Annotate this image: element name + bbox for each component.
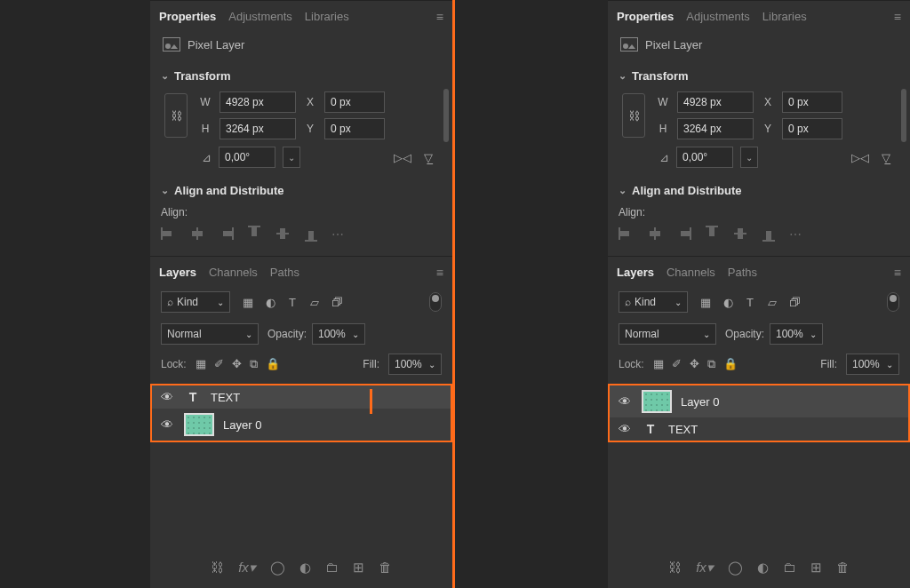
mask-icon[interactable]: ◯	[728, 560, 743, 576]
align-left-icon[interactable]	[161, 227, 177, 240]
width-input[interactable]	[220, 91, 296, 113]
tab-layers[interactable]: Layers	[617, 264, 654, 281]
panel-scrollbar[interactable]	[443, 89, 449, 142]
new-layer-icon[interactable]: ⊞	[810, 560, 822, 576]
tab-libraries[interactable]: Libraries	[305, 8, 349, 25]
layer-row[interactable]: 👁 Layer 0	[610, 385, 908, 417]
panel-menu-icon[interactable]: ≡	[436, 10, 443, 24]
lock-transparency-icon[interactable]: ▦	[653, 357, 664, 371]
filter-toggle[interactable]	[887, 292, 899, 312]
layer-kind-dropdown[interactable]: ⌕Kind⌄	[619, 291, 688, 313]
layer-row[interactable]: 👁 T TEXT	[610, 417, 908, 441]
tab-properties[interactable]: Properties	[159, 8, 216, 25]
x-input[interactable]	[324, 91, 385, 113]
flip-vertical-icon[interactable]: ▽̲	[424, 151, 433, 164]
align-left-icon[interactable]	[619, 227, 635, 240]
flip-horizontal-icon[interactable]: ▷◁	[394, 151, 411, 164]
adjustment-layer-icon[interactable]: ◐	[757, 560, 769, 576]
layer-name-label[interactable]: Layer 0	[681, 395, 719, 409]
lock-paint-icon[interactable]: ✐	[672, 357, 682, 371]
rotation-dropdown[interactable]: ⌄	[740, 147, 758, 168]
layer-row[interactable]: 👁 T TEXT	[152, 385, 451, 409]
link-layers-icon[interactable]: ⛓	[211, 560, 224, 576]
blend-mode-dropdown[interactable]: Normal⌄	[619, 323, 716, 345]
align-header[interactable]: ⌄ Align and Distribute	[161, 180, 442, 201]
filter-pixel-icon[interactable]: ▦	[241, 295, 255, 309]
align-more-icon[interactable]: ⋯	[331, 227, 347, 240]
panel-scrollbar[interactable]	[901, 89, 906, 142]
layer-thumbnail[interactable]	[642, 390, 672, 413]
tab-channels[interactable]: Channels	[667, 264, 715, 281]
fx-icon[interactable]: fx▾	[238, 560, 256, 576]
filter-adjust-icon[interactable]: ◐	[721, 295, 735, 309]
panel-menu-icon[interactable]: ≡	[894, 266, 901, 280]
filter-type-icon[interactable]: T	[285, 295, 299, 309]
fx-icon[interactable]: fx▾	[696, 560, 714, 576]
group-icon[interactable]: 🗀	[325, 560, 339, 576]
flip-horizontal-icon[interactable]: ▷◁	[851, 151, 869, 164]
layer-thumbnail[interactable]	[184, 413, 214, 436]
layer-row[interactable]: 👁 Layer 0	[152, 409, 451, 441]
align-right-icon[interactable]	[218, 227, 234, 240]
x-input[interactable]	[782, 91, 842, 113]
filter-shape-icon[interactable]: ▱	[307, 295, 322, 309]
filter-toggle[interactable]	[429, 292, 442, 312]
rotation-dropdown[interactable]: ⌄	[283, 147, 300, 168]
tab-adjustments[interactable]: Adjustments	[228, 8, 292, 25]
mask-icon[interactable]: ◯	[270, 560, 285, 576]
opacity-dropdown[interactable]: 100%⌄	[312, 323, 365, 345]
width-input[interactable]	[677, 91, 754, 113]
link-constrain-icon[interactable]: ⛓	[622, 93, 645, 138]
panel-menu-icon[interactable]: ≡	[436, 266, 443, 280]
delete-layer-icon[interactable]: 🗑	[836, 560, 850, 576]
filter-smart-icon[interactable]: 🗇	[330, 295, 344, 309]
tab-layers[interactable]: Layers	[159, 264, 196, 281]
rotation-input[interactable]	[676, 147, 733, 168]
align-top-icon[interactable]	[248, 226, 260, 242]
lock-position-icon[interactable]: ✥	[232, 357, 242, 371]
link-layers-icon[interactable]: ⛓	[668, 560, 682, 576]
layer-name-label[interactable]: TEXT	[211, 391, 240, 404]
tab-channels[interactable]: Channels	[209, 264, 258, 281]
visibility-icon[interactable]: 👁	[161, 390, 175, 404]
panel-menu-icon[interactable]: ≡	[894, 10, 901, 24]
align-bottom-icon[interactable]	[762, 226, 775, 242]
layer-name-label[interactable]: Layer 0	[223, 418, 261, 432]
lock-all-icon[interactable]: 🔒	[723, 357, 738, 371]
lock-all-icon[interactable]: 🔒	[266, 357, 280, 371]
y-input[interactable]	[324, 118, 385, 139]
y-input[interactable]	[782, 118, 842, 139]
link-constrain-icon[interactable]: ⛓	[164, 93, 188, 138]
visibility-icon[interactable]: 👁	[161, 417, 175, 432]
flip-vertical-icon[interactable]: ▽̲	[882, 151, 890, 164]
align-right-icon[interactable]	[675, 227, 691, 240]
align-vcenter-icon[interactable]	[734, 226, 746, 242]
lock-paint-icon[interactable]: ✐	[214, 357, 224, 371]
align-header[interactable]: ⌄ Align and Distribute	[619, 180, 899, 201]
tab-paths[interactable]: Paths	[270, 264, 299, 281]
lock-artboard-icon[interactable]: ⧉	[250, 357, 258, 371]
tab-properties[interactable]: Properties	[617, 8, 674, 25]
fill-dropdown[interactable]: 100%⌄	[846, 354, 899, 375]
delete-layer-icon[interactable]: 🗑	[379, 560, 392, 576]
align-bottom-icon[interactable]	[305, 226, 317, 242]
visibility-icon[interactable]: 👁	[619, 422, 633, 436]
filter-adjust-icon[interactable]: ◐	[263, 295, 277, 309]
transform-header[interactable]: ⌄ Transform	[161, 66, 442, 86]
fill-dropdown[interactable]: 100%⌄	[388, 354, 442, 375]
lock-transparency-icon[interactable]: ▦	[196, 357, 206, 371]
filter-shape-icon[interactable]: ▱	[765, 295, 779, 309]
height-input[interactable]	[220, 118, 296, 139]
filter-smart-icon[interactable]: 🗇	[787, 295, 802, 309]
transform-header[interactable]: ⌄ Transform	[619, 66, 899, 86]
blend-mode-dropdown[interactable]: Normal⌄	[161, 323, 259, 345]
layer-name-label[interactable]: TEXT	[668, 423, 698, 436]
align-top-icon[interactable]	[706, 226, 718, 242]
align-hcenter-icon[interactable]	[189, 227, 205, 240]
adjustment-layer-icon[interactable]: ◐	[299, 560, 311, 576]
height-input[interactable]	[677, 118, 754, 139]
visibility-icon[interactable]: 👁	[619, 394, 633, 409]
tab-adjustments[interactable]: Adjustments	[686, 8, 750, 25]
tab-libraries[interactable]: Libraries	[762, 8, 807, 25]
group-icon[interactable]: 🗀	[783, 560, 796, 576]
